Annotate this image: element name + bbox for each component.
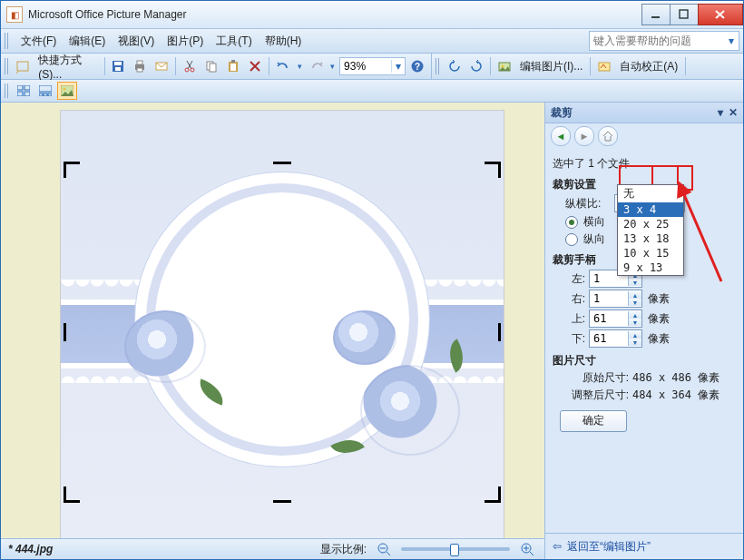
spin-down-icon[interactable]: ▼ [629, 299, 641, 306]
spin-up-icon[interactable]: ▲ [629, 331, 641, 339]
undo-dropdown-icon[interactable]: ▾ [295, 61, 304, 72]
zoom-label: 显示比例: [320, 542, 367, 557]
canvas[interactable] [1, 103, 544, 538]
zoom-slider-thumb[interactable] [450, 544, 459, 556]
help-search-input[interactable] [590, 33, 724, 49]
rotate-left-icon[interactable] [445, 57, 465, 75]
single-view-icon[interactable] [57, 82, 77, 100]
separator [590, 57, 591, 75]
resized-label: 调整后尺寸: [565, 388, 629, 403]
toolbar-grip-1[interactable] [5, 58, 9, 74]
crop-handle-bl[interactable] [64, 486, 66, 503]
menu-view[interactable]: 视图(V) [113, 32, 160, 51]
help-icon[interactable]: ? [407, 57, 427, 75]
help-search[interactable]: ▾ [589, 31, 739, 51]
aspect-option[interactable]: 13 x 18 [618, 231, 683, 246]
nav-home-icon[interactable] [598, 126, 618, 146]
menu-help[interactable]: 帮助(H) [259, 32, 308, 51]
spin-down-icon[interactable]: ▼ [629, 319, 641, 326]
aspect-option[interactable]: 9 x 13 [618, 260, 683, 275]
aspect-ratio-dropdown-list[interactable]: 无 3 x 4 20 x 25 13 x 18 10 x 15 9 x 13 [617, 184, 684, 276]
aspect-option[interactable]: 10 x 15 [618, 246, 683, 260]
svg-point-31 [64, 88, 66, 91]
filmstrip-view-icon[interactable] [35, 82, 55, 100]
taskpane-menu-icon[interactable]: ▾ [718, 106, 723, 119]
picture[interactable] [60, 110, 504, 538]
zoom-in-icon[interactable] [517, 540, 537, 558]
menu-picture[interactable]: 图片(P) [162, 32, 209, 51]
crop-handle-top[interactable] [273, 162, 291, 164]
mail-icon[interactable] [152, 57, 171, 75]
back-arrow-icon[interactable]: ⇦ [553, 540, 562, 553]
menu-tools[interactable]: 工具(T) [210, 32, 257, 51]
auto-correct-button[interactable]: 自动校正(A) [616, 57, 681, 75]
pixel-unit: 像素 [648, 311, 670, 327]
picture-size-heading: 图片尺寸 [553, 353, 736, 368]
nav-forward-icon[interactable]: ► [574, 126, 594, 146]
zoom-dropdown-icon[interactable]: ▾ [391, 60, 405, 73]
crop-handle-bottom[interactable] [273, 500, 291, 503]
aspect-option-selected[interactable]: 3 x 4 [618, 202, 683, 217]
crop-right-field[interactable]: ▲▼ [589, 290, 642, 308]
zoom-combo[interactable]: ▾ [339, 57, 406, 75]
spin-down-icon[interactable]: ▼ [629, 339, 641, 346]
nav-back-icon[interactable]: ◄ [551, 126, 571, 146]
spin-up-icon[interactable]: ▲ [629, 311, 641, 319]
crop-rectangle[interactable] [65, 163, 499, 501]
spin-down-icon[interactable]: ▼ [629, 279, 641, 286]
auto-correct-icon[interactable] [594, 57, 614, 75]
crop-handle-br[interactable] [498, 486, 501, 503]
crop-handle-tl[interactable] [64, 162, 66, 178]
zoom-slider-track[interactable] [401, 547, 510, 551]
redo-dropdown-icon[interactable]: ▾ [328, 61, 338, 72]
redo-icon[interactable] [307, 57, 327, 75]
viewbar-grip[interactable] [5, 84, 10, 98]
ok-button[interactable]: 确定 [560, 410, 627, 432]
zoom-input[interactable] [340, 59, 391, 74]
spin-up-icon[interactable]: ▲ [629, 291, 641, 299]
crop-handle-left[interactable] [64, 323, 66, 341]
crop-top-field[interactable]: ▲▼ [589, 309, 642, 328]
menubar-grip[interactable] [5, 33, 10, 49]
delete-icon[interactable] [245, 57, 265, 75]
svg-rect-21 [599, 63, 610, 71]
svg-rect-15 [230, 64, 236, 71]
crop-right-input[interactable] [590, 291, 628, 306]
edit-pictures-icon[interactable] [494, 57, 514, 75]
minimize-button[interactable] [641, 4, 671, 25]
separator [685, 57, 686, 75]
shortcut-button[interactable]: 快捷方式(S)... [34, 57, 100, 75]
menu-edit[interactable]: 编辑(E) [64, 32, 111, 51]
taskpane-close-icon[interactable]: ✕ [729, 106, 738, 119]
rotate-right-icon[interactable] [466, 57, 486, 75]
crop-top-input[interactable] [590, 311, 628, 326]
zoom-slider[interactable] [401, 547, 510, 551]
back-to-edit-link[interactable]: 返回至“编辑图片” [567, 539, 651, 555]
crop-bottom-field[interactable]: ▲▼ [589, 329, 642, 348]
maximize-button[interactable] [670, 4, 699, 25]
crop-handle-tr[interactable] [498, 162, 501, 178]
thumbnail-view-icon[interactable] [14, 82, 34, 100]
svg-rect-28 [44, 93, 47, 96]
cut-icon[interactable] [180, 57, 200, 75]
close-button[interactable] [698, 4, 743, 25]
orientation-horizontal-radio[interactable] [565, 216, 578, 229]
shortcut-icon[interactable] [13, 57, 33, 75]
aspect-option[interactable]: 无 [618, 185, 683, 202]
print-icon[interactable] [130, 57, 150, 75]
undo-icon[interactable] [273, 57, 293, 75]
orientation-vertical-radio[interactable] [565, 233, 578, 246]
menu-file[interactable]: 文件(F) [15, 32, 62, 51]
zoom-out-icon[interactable] [374, 540, 394, 558]
aspect-option[interactable]: 20 x 25 [618, 217, 683, 231]
crop-bottom-input[interactable] [590, 331, 628, 346]
help-search-dropdown-icon[interactable]: ▾ [724, 34, 739, 47]
toolbar-grip-2[interactable] [436, 58, 441, 74]
taskpane-footer: ⇦ 返回至“编辑图片” [545, 533, 743, 559]
edit-pictures-button[interactable]: 编辑图片(I)... [516, 57, 586, 75]
crop-handle-right[interactable] [498, 323, 501, 341]
svg-point-10 [185, 68, 189, 72]
save-icon[interactable] [108, 57, 128, 75]
copy-icon[interactable] [201, 57, 221, 75]
paste-icon[interactable] [223, 57, 243, 75]
